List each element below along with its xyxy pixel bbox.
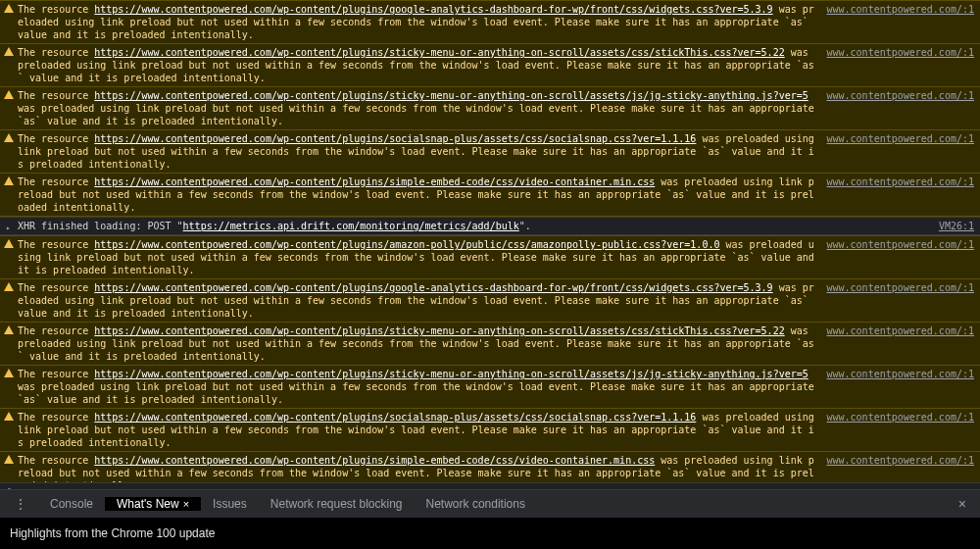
- console-warning-row[interactable]: The resource https://www.contentpowered.…: [0, 452, 980, 482]
- warning-triangle-icon: [4, 4, 14, 13]
- xhr-message: XHR finished loading: POST "https://metr…: [18, 220, 939, 232]
- drawer-tab-network-conditions[interactable]: Network conditions: [415, 497, 537, 511]
- drawer-close-icon[interactable]: ×: [949, 496, 976, 512]
- warning-message: The resource https://www.contentpowered.…: [18, 324, 826, 363]
- warning-triangle-icon: [4, 412, 14, 421]
- warning-message: The resource https://www.contentpowered.…: [18, 132, 826, 171]
- resource-url[interactable]: https://www.contentpowered.com/wp-conten…: [94, 133, 696, 144]
- resource-url[interactable]: https://www.contentpowered.com/wp-conten…: [94, 455, 655, 466]
- source-link[interactable]: www.contentpowered.com/:1: [826, 132, 974, 145]
- source-link[interactable]: www.contentpowered.com/:1: [826, 411, 974, 424]
- source-link[interactable]: www.contentpowered.com/:1: [826, 46, 974, 59]
- xhr-url[interactable]: https://metrics.api.drift.com/monitoring…: [183, 221, 519, 231]
- source-link[interactable]: www.contentpowered.com/:1: [826, 89, 974, 102]
- source-link[interactable]: www.contentpowered.com/:1: [826, 238, 974, 251]
- drawer-tabs: ⋮ ConsoleWhat's New×IssuesNetwork reques…: [0, 490, 980, 518]
- console-warning-row[interactable]: The resource https://www.contentpowered.…: [0, 87, 980, 130]
- warning-message: The resource https://www.contentpowered.…: [18, 3, 826, 41]
- warning-triangle-icon: [4, 90, 14, 99]
- expand-arrow-icon[interactable]: ▸: [6, 222, 11, 234]
- resource-url[interactable]: https://www.contentpowered.com/wp-conten…: [94, 47, 784, 58]
- warning-message: The resource https://www.contentpowered.…: [18, 368, 826, 406]
- resource-url[interactable]: https://www.contentpowered.com/wp-conten…: [94, 369, 808, 379]
- more-tabs-icon[interactable]: ⋮: [4, 496, 38, 512]
- drawer-panel: ⋮ ConsoleWhat's New×IssuesNetwork reques…: [0, 489, 980, 549]
- console-warning-row[interactable]: The resource https://www.contentpowered.…: [0, 366, 980, 409]
- drawer-tab-issues[interactable]: Issues: [201, 497, 259, 511]
- warning-message: The resource https://www.contentpowered.…: [18, 89, 826, 127]
- console-warning-row[interactable]: The resource https://www.contentpowered.…: [0, 409, 980, 452]
- console-warning-row[interactable]: The resource https://www.contentpowered.…: [0, 279, 980, 323]
- drawer-tab-what-s-new[interactable]: What's New×: [105, 497, 201, 511]
- source-link[interactable]: www.contentpowered.com/:1: [826, 324, 974, 337]
- resource-url[interactable]: https://www.contentpowered.com/wp-conten…: [94, 90, 808, 101]
- warning-message: The resource https://www.contentpowered.…: [18, 46, 826, 84]
- console-warning-row[interactable]: The resource https://www.contentpowered.…: [0, 323, 980, 366]
- resource-url[interactable]: https://www.contentpowered.com/wp-conten…: [94, 4, 772, 15]
- resource-url[interactable]: https://www.contentpowered.com/wp-conten…: [94, 176, 655, 187]
- warning-triangle-icon: [4, 239, 14, 248]
- warning-message: The resource https://www.contentpowered.…: [18, 411, 826, 449]
- whats-new-headline: Highlights from the Chrome 100 update: [0, 518, 980, 549]
- resource-url[interactable]: https://www.contentpowered.com/wp-conten…: [94, 282, 772, 293]
- warning-triangle-icon: [4, 282, 14, 291]
- warning-message: The resource https://www.contentpowered.…: [18, 454, 826, 482]
- warning-message: The resource https://www.contentpowered.…: [18, 238, 826, 276]
- warning-triangle-icon: [4, 369, 14, 377]
- source-link[interactable]: www.contentpowered.com/:1: [826, 281, 974, 294]
- tab-close-icon[interactable]: ×: [183, 498, 189, 510]
- console-warning-row[interactable]: The resource https://www.contentpowered.…: [0, 174, 980, 217]
- console-warning-row[interactable]: The resource https://www.contentpowered.…: [0, 0, 980, 44]
- source-link[interactable]: www.contentpowered.com/:1: [826, 3, 974, 16]
- warning-triangle-icon: [4, 325, 14, 334]
- warning-triangle-icon: [4, 176, 14, 185]
- resource-url[interactable]: https://www.contentpowered.com/wp-conten…: [94, 325, 784, 336]
- console-warning-row[interactable]: The resource https://www.contentpowered.…: [0, 235, 980, 279]
- resource-url[interactable]: https://www.contentpowered.com/wp-conten…: [94, 239, 719, 250]
- warning-triangle-icon: [4, 455, 14, 464]
- console-warning-row[interactable]: The resource https://www.contentpowered.…: [0, 130, 980, 174]
- drawer-tab-network-request-blocking[interactable]: Network request blocking: [259, 497, 415, 511]
- console-warning-row[interactable]: The resource https://www.contentpowered.…: [0, 44, 980, 87]
- drawer-tab-console[interactable]: Console: [38, 497, 105, 511]
- warning-message: The resource https://www.contentpowered.…: [18, 175, 826, 214]
- warning-triangle-icon: [4, 133, 14, 142]
- console-info-row[interactable]: ▸XHR finished loading: POST "https://met…: [0, 217, 980, 235]
- source-link[interactable]: www.contentpowered.com/:1: [826, 454, 974, 467]
- warning-triangle-icon: [4, 47, 14, 56]
- warning-message: The resource https://www.contentpowered.…: [18, 281, 826, 320]
- console-log-panel[interactable]: The resource https://www.contentpowered.…: [0, 0, 980, 482]
- vm-source-link[interactable]: VM26:1: [939, 220, 974, 232]
- source-link[interactable]: www.contentpowered.com/:1: [826, 368, 974, 380]
- resource-url[interactable]: https://www.contentpowered.com/wp-conten…: [94, 412, 696, 423]
- source-link[interactable]: www.contentpowered.com/:1: [826, 175, 974, 188]
